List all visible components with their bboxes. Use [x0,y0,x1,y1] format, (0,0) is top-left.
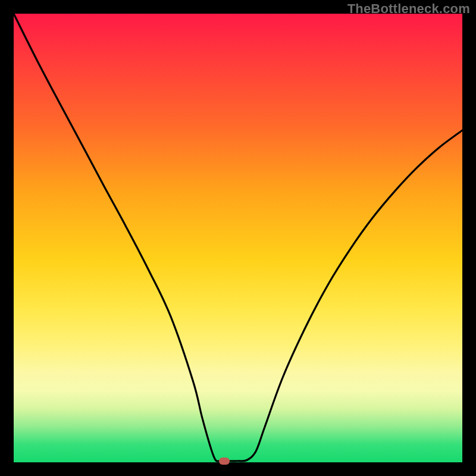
chart-frame: TheBottleneck.com [0,0,476,476]
bottleneck-curve [14,14,462,462]
watermark-text: TheBottleneck.com [347,1,470,17]
optimal-point-marker [219,458,230,465]
chart-plot-area [14,14,462,462]
